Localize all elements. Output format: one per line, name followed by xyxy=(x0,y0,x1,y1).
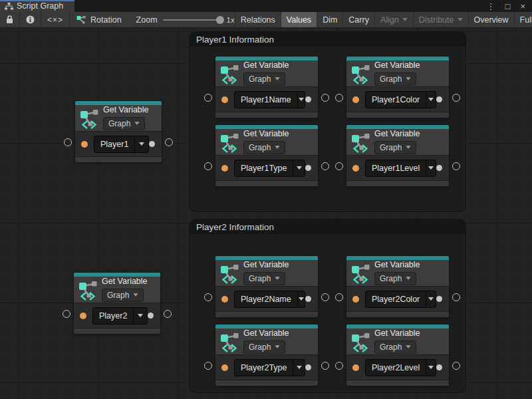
variable-dropdown[interactable]: Player1Name xyxy=(234,91,305,108)
variable-dropdown[interactable]: Player1 xyxy=(94,136,149,153)
info-button[interactable] xyxy=(20,12,41,27)
get-variable-node-player1level[interactable]: Get Variable Graph Player1Level xyxy=(346,125,449,186)
input-connection-ring[interactable] xyxy=(64,138,72,146)
output-port[interactable] xyxy=(436,296,442,302)
graph-breadcrumb[interactable]: Rotation xyxy=(70,12,128,27)
zoom-slider-handle[interactable] xyxy=(216,16,224,24)
zoom-slider[interactable] xyxy=(163,19,221,21)
input-connection-ring[interactable] xyxy=(335,162,343,170)
input-connection-ring[interactable] xyxy=(204,94,212,102)
output-port[interactable] xyxy=(436,96,442,102)
full-screen-button[interactable]: Full Screen xyxy=(514,12,532,27)
scope-dropdown[interactable]: Graph xyxy=(374,141,416,154)
input-port[interactable] xyxy=(352,165,359,172)
input-port[interactable] xyxy=(352,296,359,303)
input-connection-ring[interactable] xyxy=(335,94,343,102)
variable-dropdown[interactable]: Player2Type xyxy=(234,359,305,376)
chevron-down-icon xyxy=(133,308,147,324)
get-variable-node-player2[interactable]: Get Variable Graph Player2 xyxy=(74,273,160,334)
align-dropdown-button[interactable]: Align xyxy=(374,12,413,27)
window-titlebar: Script Graph ⋮ □ × xyxy=(0,0,532,12)
input-port[interactable] xyxy=(221,96,228,103)
get-variable-icon xyxy=(351,132,370,153)
scope-dropdown[interactable]: Graph xyxy=(243,272,285,285)
get-variable-node-player2level[interactable]: Get Variable Graph Player2Level xyxy=(346,325,449,386)
variable-dropdown[interactable]: Player2Color xyxy=(365,291,436,308)
tab-script-graph[interactable]: Script Graph xyxy=(0,0,74,12)
window-controls: ⋮ □ × xyxy=(487,0,532,12)
output-port[interactable] xyxy=(305,96,311,102)
get-variable-node-player2type[interactable]: Get Variable Graph Player2Type xyxy=(215,325,318,386)
output-connection-ring[interactable] xyxy=(321,162,329,170)
output-connection-ring[interactable] xyxy=(321,362,329,370)
scope-dropdown[interactable]: Graph xyxy=(243,72,285,86)
variable-dropdown[interactable]: Player1Level xyxy=(365,160,436,177)
relations-button[interactable]: Relations xyxy=(235,12,281,27)
input-connection-ring[interactable] xyxy=(63,310,70,318)
dim-button[interactable]: Dim xyxy=(317,12,342,27)
output-connection-ring[interactable] xyxy=(164,310,172,318)
input-port[interactable] xyxy=(352,364,359,371)
get-variable-node-player2name[interactable]: Get Variable Graph Player2Name xyxy=(215,256,318,317)
scope-dropdown[interactable]: Graph xyxy=(243,340,285,354)
input-port[interactable] xyxy=(81,141,88,148)
input-connection-ring[interactable] xyxy=(204,293,212,301)
scope-dropdown[interactable]: Graph xyxy=(102,289,144,302)
input-port[interactable] xyxy=(221,165,228,172)
variable-dropdown[interactable]: Player1Type xyxy=(234,160,305,177)
chevron-down-icon xyxy=(426,291,436,307)
scope-dropdown[interactable]: Graph xyxy=(374,272,416,285)
group-header[interactable]: Player2 Information xyxy=(190,219,466,234)
get-variable-node-player2color[interactable]: Get Variable Graph Player2Color xyxy=(346,256,449,317)
variable-dropdown[interactable]: Player2Level xyxy=(365,359,436,376)
get-variable-node-player1color[interactable]: Get Variable Graph Player1Color xyxy=(346,57,449,118)
scope-dropdown[interactable]: Graph xyxy=(103,117,145,130)
group-header[interactable]: Player1 Information xyxy=(190,32,466,47)
input-port[interactable] xyxy=(221,296,228,303)
variable-name: Player1Name xyxy=(235,92,297,108)
output-port[interactable] xyxy=(305,364,311,370)
get-variable-node-player1type[interactable]: Get Variable Graph Player1Type xyxy=(215,125,318,186)
get-variable-node-player1[interactable]: Get Variable Graph Player1 xyxy=(75,101,162,162)
output-connection-ring[interactable] xyxy=(452,293,460,301)
variable-dropdown[interactable]: Player2Name xyxy=(234,291,305,308)
output-connection-ring[interactable] xyxy=(321,293,329,301)
variable-dropdown[interactable]: Player1Color xyxy=(365,91,436,108)
output-connection-ring[interactable] xyxy=(452,94,460,102)
get-variable-node-player1name[interactable]: Get Variable Graph Player1Name xyxy=(215,57,318,118)
menu-icon[interactable]: ⋮ xyxy=(487,2,495,11)
distribute-dropdown-button[interactable]: Distribute xyxy=(413,12,468,27)
close-icon[interactable]: × xyxy=(520,2,525,11)
output-port[interactable] xyxy=(436,364,442,370)
graph-hierarchy-icon xyxy=(5,3,13,10)
scope-dropdown[interactable]: Graph xyxy=(374,340,416,354)
maximize-icon[interactable]: □ xyxy=(505,2,511,11)
carry-button[interactable]: Carry xyxy=(342,12,374,27)
output-connection-ring[interactable] xyxy=(452,162,460,170)
node-ports-row: Player1Type xyxy=(215,155,318,180)
output-connection-ring[interactable] xyxy=(452,362,460,370)
input-connection-ring[interactable] xyxy=(204,162,212,170)
input-port[interactable] xyxy=(352,96,359,103)
output-port[interactable] xyxy=(436,165,442,171)
values-button[interactable]: Values xyxy=(281,12,317,27)
overview-button[interactable]: Overview xyxy=(468,12,514,27)
output-port[interactable] xyxy=(149,141,155,147)
output-connection-ring[interactable] xyxy=(321,94,329,102)
lock-button[interactable] xyxy=(0,12,20,27)
scope-dropdown[interactable]: Graph xyxy=(243,141,285,154)
input-connection-ring[interactable] xyxy=(204,362,212,370)
output-port[interactable] xyxy=(305,296,311,302)
scope-dropdown[interactable]: Graph xyxy=(374,72,416,86)
input-port[interactable] xyxy=(221,364,228,371)
node-ports-row: Player1Level xyxy=(346,155,449,180)
output-connection-ring[interactable] xyxy=(165,138,173,146)
output-port[interactable] xyxy=(305,165,311,171)
output-port[interactable] xyxy=(148,313,154,319)
input-connection-ring[interactable] xyxy=(335,293,343,301)
input-port[interactable] xyxy=(80,313,86,319)
variable-dropdown[interactable]: Player2 xyxy=(92,307,148,325)
zoom-to-fit-button[interactable]: <×> xyxy=(41,12,70,27)
input-connection-ring[interactable] xyxy=(335,362,343,370)
graph-canvas[interactable]: Player1 Information Player2 Information … xyxy=(0,28,532,399)
